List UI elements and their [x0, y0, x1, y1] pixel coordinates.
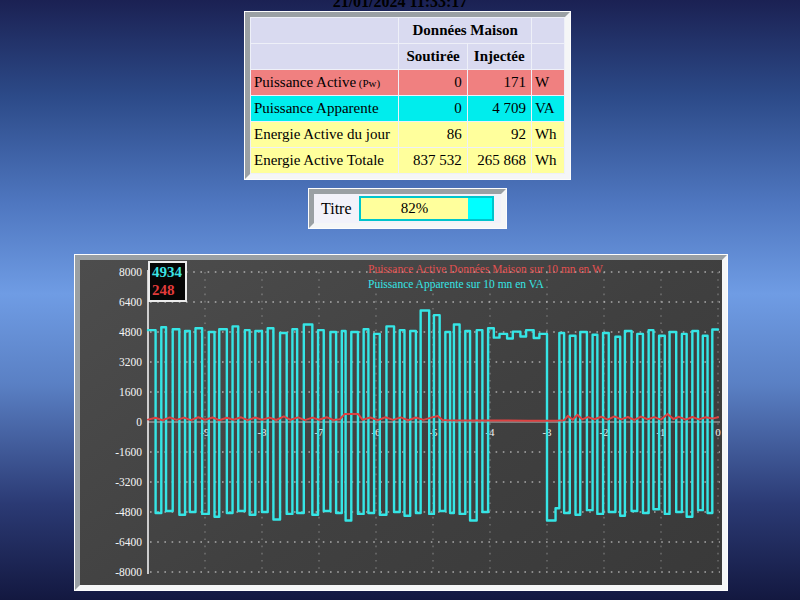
- svg-text:0: 0: [715, 426, 721, 438]
- row-label: Energie Active du jour: [251, 122, 399, 148]
- soutiree-value: 86: [399, 122, 467, 148]
- chart-plot-area: 800064004800320016000-1600-3200-4800-640…: [80, 260, 722, 585]
- empty-cell: [531, 44, 564, 70]
- energy-dashboard: 21/01/2024 11:33:17 Données Maison Souti…: [0, 0, 800, 600]
- unit-label: Wh: [531, 148, 564, 174]
- timestamp: 21/01/2024 11:33:17: [0, 0, 800, 11]
- injectee-value: 92: [467, 122, 531, 148]
- svg-text:Puissance Apparente sur 10 mn: Puissance Apparente sur 10 mn en VA: [368, 278, 545, 291]
- donnees-maison-panel: Données Maison Soutirée Injectée Puissan…: [245, 12, 570, 179]
- table-header-row: Soutirée Injectée: [251, 44, 565, 70]
- row-label: Puissance Apparente: [251, 96, 399, 122]
- row-label: Energie Active Totale: [251, 148, 399, 174]
- current-active-power-value: 248: [152, 281, 185, 299]
- svg-text:-4: -4: [485, 426, 495, 438]
- soutiree-value: 0: [399, 96, 467, 122]
- soutiree-value: 0: [399, 70, 467, 96]
- gauge-percent: 82%: [401, 200, 429, 217]
- table-row: Puissance Apparente04 709VA: [251, 96, 565, 122]
- svg-text:0: 0: [136, 416, 142, 428]
- svg-text:4800: 4800: [119, 326, 142, 338]
- table-row: Energie Active Totale837 532265 868Wh: [251, 148, 565, 174]
- table-row: Puissance Active (Pw)0171W: [251, 70, 565, 96]
- svg-text:1600: 1600: [119, 386, 142, 398]
- gauge-fill: 82%: [361, 198, 469, 219]
- unit-label: W: [531, 70, 564, 96]
- empty-cell: [251, 44, 399, 70]
- row-label-suffix: (Pw): [356, 77, 380, 89]
- svg-text:3200: 3200: [119, 356, 142, 368]
- table-row: Energie Active du jour8692Wh: [251, 122, 565, 148]
- injectee-value: 171: [467, 70, 531, 96]
- current-apparent-power-value: 4934: [152, 263, 185, 281]
- donnees-maison-table: Données Maison Soutirée Injectée Puissan…: [250, 17, 565, 174]
- col-header-soutiree: Soutirée: [399, 44, 467, 70]
- empty-cell: [531, 18, 564, 44]
- svg-text:-4800: -4800: [115, 506, 142, 518]
- unit-label: VA: [531, 96, 564, 122]
- chart-panel: 800064004800320016000-1600-3200-4800-640…: [75, 255, 727, 590]
- injectee-value: 4 709: [467, 96, 531, 122]
- svg-text:6400: 6400: [119, 296, 142, 308]
- table-title: Données Maison: [399, 18, 531, 44]
- unit-label: Wh: [531, 122, 564, 148]
- table-title-row: Données Maison: [251, 18, 565, 44]
- injectee-value: 265 868: [467, 148, 531, 174]
- soutiree-value: 837 532: [399, 148, 467, 174]
- row-label: Puissance Active (Pw): [251, 70, 399, 96]
- gauge-label: Titre: [321, 200, 352, 218]
- svg-text:-1600: -1600: [115, 446, 142, 458]
- svg-text:-3200: -3200: [115, 476, 142, 488]
- titre-gauge-panel: Titre 82%: [309, 189, 506, 228]
- empty-cell: [251, 18, 399, 44]
- gauge-track: 82%: [359, 196, 494, 221]
- svg-text:-6400: -6400: [115, 536, 142, 548]
- svg-text:8000: 8000: [119, 266, 142, 278]
- svg-text:Puissance Active Données Maiso: Puissance Active Données Maison sur 10 m…: [368, 263, 603, 275]
- col-header-injectee: Injectée: [467, 44, 531, 70]
- power-history-chart: 800064004800320016000-1600-3200-4800-640…: [80, 260, 722, 585]
- svg-text:-8000: -8000: [115, 566, 142, 578]
- current-values-box: 4934 248: [148, 261, 187, 302]
